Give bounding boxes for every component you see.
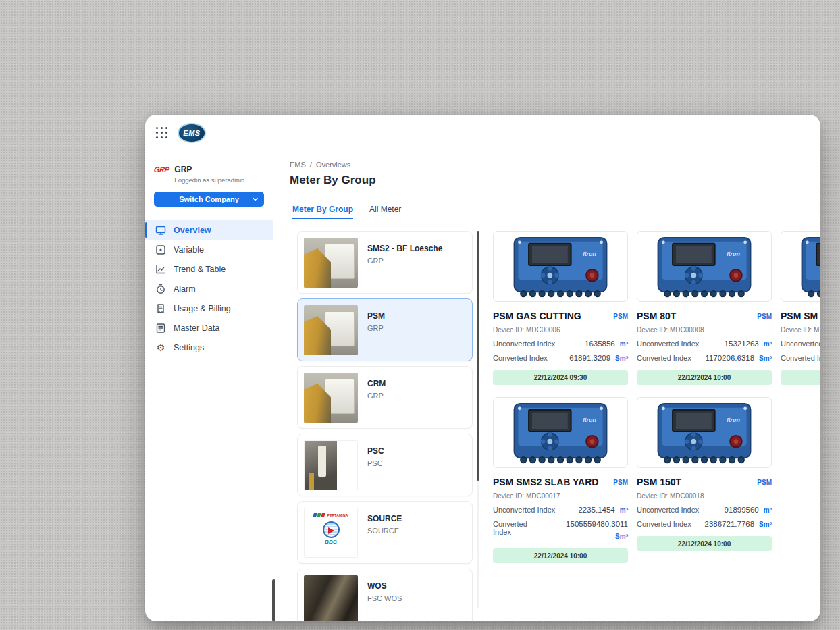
- sidebar-item-label: Variable: [174, 245, 204, 255]
- index-row: Unconverted Index 91899560m³: [637, 506, 772, 514]
- sidebar-item-overview[interactable]: Overview: [145, 220, 273, 240]
- index-row: Converted Index: [781, 354, 820, 362]
- group-name: SMS2 - BF Loesche: [367, 244, 442, 253]
- sidebar-item-label: Alarm: [174, 284, 196, 294]
- group-card-psc[interactable]: PSC PSC: [297, 434, 473, 496]
- meter-card-psm-150t[interactable]: PSM 150T PSM Device ID: MDC00018 Unconve…: [637, 397, 772, 563]
- sidebar: GRP GRP Loggedin as superadmin Switch Co…: [145, 151, 273, 621]
- row-value: 2235.1454: [578, 506, 614, 514]
- sidebar-item-label: Settings: [174, 343, 204, 352]
- meter-card-psm-gas-cutting[interactable]: PSM GAS CUTTING PSM Device ID: MDC00006 …: [493, 231, 628, 385]
- variable-icon: [155, 244, 166, 255]
- company-info: GRP GRP Loggedin as superadmin: [145, 165, 273, 184]
- meter-card-psm-sms2-slab-yard[interactable]: PSM SMS2 SLAB YARD PSM Device ID: MDC000…: [493, 397, 628, 563]
- row-value: 2386721.7768: [705, 520, 755, 528]
- meter-name: PSM 150T: [637, 477, 681, 488]
- group-card-psm[interactable]: PSM GRP: [297, 298, 473, 361]
- group-list-scrollbar[interactable]: [477, 231, 479, 608]
- meter-name: PSM SMS2 SLAB YARD: [493, 477, 598, 488]
- main-content: EMS / Overviews Meter By Group Meter By …: [273, 151, 820, 621]
- row-value: 61891.3209: [569, 354, 610, 362]
- switch-company-button[interactable]: Switch Company: [154, 192, 264, 207]
- chevron-down-icon: [253, 197, 258, 201]
- meter-card-psm-sm[interactable]: PSM SM Device ID: M Unconverted Index Co…: [781, 231, 820, 385]
- row-value: 91899560: [725, 506, 759, 514]
- meter-badge: PSM: [613, 479, 628, 486]
- row-unit: Sm³: [615, 355, 628, 362]
- group-subtitle: FSC WOS: [367, 594, 402, 602]
- bbg-globe-icon: [323, 521, 340, 538]
- page-title: Meter By Group: [290, 174, 820, 187]
- ems-logo: EMS: [178, 123, 206, 143]
- tab-meter-by-group[interactable]: Meter By Group: [292, 205, 353, 219]
- company-logo: GRP: [153, 165, 169, 174]
- breadcrumb-separator: /: [310, 161, 312, 169]
- group-thumbnail: [304, 373, 358, 423]
- group-card-crm[interactable]: CRM GRP: [297, 366, 473, 429]
- row-unit: m³: [620, 340, 628, 348]
- meter-image-frame: [637, 231, 772, 302]
- index-row: Converted Index 1505559480.3011Sm³: [493, 520, 628, 540]
- meter-name: PSM GAS CUTTING: [493, 311, 581, 321]
- group-thumbnail: [304, 440, 358, 490]
- group-name: CRM: [367, 379, 386, 388]
- row-label: Unconverted Index: [493, 340, 555, 348]
- meter-card-psm-80t[interactable]: PSM 80T PSM Device ID: MDC00008 Unconver…: [637, 231, 772, 385]
- sidebar-item-settings[interactable]: Settings: [145, 338, 273, 357]
- meter-name: PSM 80T: [637, 311, 676, 321]
- company-subtitle: Loggedin as superadmin: [174, 176, 244, 184]
- group-subtitle: SOURCE: [367, 527, 402, 535]
- group-thumbnail: [304, 575, 358, 621]
- group-card-sms2[interactable]: SMS2 - BF Loesche GRP: [297, 231, 473, 294]
- row-unit: m³: [620, 506, 628, 514]
- breadcrumb-current: Overviews: [316, 161, 350, 169]
- line-chart-icon: [155, 264, 166, 275]
- meter-image-frame: [637, 397, 772, 468]
- group-list-scrollbar-thumb[interactable]: [477, 231, 479, 481]
- row-label: Unconverted Index: [781, 340, 820, 348]
- group-name: PSC: [367, 446, 384, 456]
- meter-image-frame: [493, 397, 628, 468]
- gas-meter-image: [645, 234, 764, 300]
- main-scrollbar-thumb[interactable]: [272, 579, 275, 621]
- index-row: Converted Index 61891.3209Sm³: [493, 354, 628, 362]
- stopwatch-icon: [155, 284, 166, 294]
- sidebar-item-usage-billing[interactable]: Usage & Billing: [145, 298, 273, 318]
- receipt-icon: [155, 303, 166, 314]
- apps-grid-icon[interactable]: [156, 127, 168, 139]
- breadcrumb: EMS / Overviews: [290, 161, 820, 169]
- meter-device-id: Device ID: MDC00018: [637, 492, 772, 500]
- index-row: Converted Index 1170206.6318Sm³: [637, 354, 772, 362]
- breadcrumb-root[interactable]: EMS: [290, 161, 306, 169]
- app-window: EMS GRP GRP Loggedin as superadmin Switc…: [145, 115, 820, 621]
- sidebar-item-variable[interactable]: Variable: [145, 240, 273, 259]
- meter-grid: PSM GAS CUTTING PSM Device ID: MDC00006 …: [488, 231, 820, 608]
- sidebar-item-trend-table[interactable]: Trend & Table: [145, 259, 273, 279]
- row-label: Converted Index: [781, 354, 820, 362]
- sidebar-item-master-data[interactable]: Master Data: [145, 318, 273, 338]
- pertamina-logo: PERTAMINA: [313, 513, 348, 517]
- meter-image-frame: [781, 231, 820, 302]
- group-name: PSM: [367, 311, 385, 321]
- sidebar-item-label: Overview: [174, 226, 211, 235]
- index-row: Unconverted Index 15321263m³: [637, 340, 772, 348]
- row-unit: Sm³: [759, 355, 772, 362]
- group-card-wos[interactable]: WOS FSC WOS: [297, 569, 473, 621]
- group-subtitle: GRP: [367, 392, 386, 400]
- sidebar-item-alarm[interactable]: Alarm: [145, 279, 273, 298]
- group-thumbnail: [304, 305, 358, 355]
- database-icon: [155, 323, 166, 334]
- row-unit: Sm³: [759, 521, 772, 528]
- meter-badge: PSM: [757, 313, 772, 320]
- meter-image-frame: [493, 231, 628, 302]
- row-value: 1635856: [585, 340, 615, 348]
- row-unit: Sm³: [615, 533, 628, 540]
- group-name: SOURCE: [367, 514, 402, 523]
- group-subtitle: GRP: [367, 324, 385, 332]
- sidebar-menu: Overview Variable Trend & Table: [145, 220, 273, 357]
- meter-timestamp: 22/12/2024 09:30: [493, 370, 628, 385]
- meter-device-id: Device ID: MDC00017: [493, 492, 628, 500]
- tab-all-meter[interactable]: All Meter: [369, 205, 401, 219]
- meter-timestamp: 22/12/2024 10:00: [493, 548, 628, 563]
- group-card-source[interactable]: PERTAMINA BBG SOURCE SOURCE: [297, 501, 473, 564]
